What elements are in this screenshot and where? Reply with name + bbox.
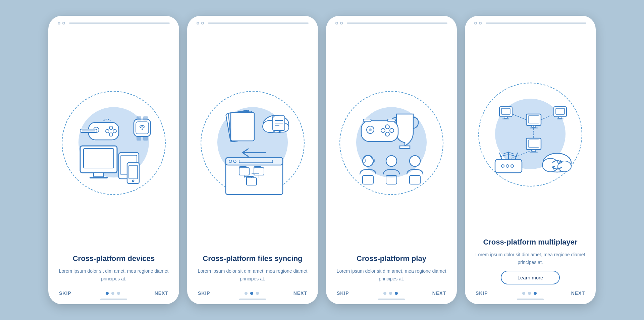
svg-line-73 — [499, 153, 502, 159]
top-dots-4 — [474, 22, 482, 24]
content-multiplayer: Cross-platform multiplayer Lorem ipsum d… — [465, 237, 596, 287]
svg-point-63 — [386, 156, 397, 166]
bottom-handle-2 — [239, 299, 266, 300]
svg-rect-13 — [137, 116, 141, 120]
next-button-1[interactable]: NEXT — [155, 290, 168, 296]
next-button-3[interactable]: NEXT — [432, 290, 446, 296]
screen-files: Cross-platform files syncing Lorem ipsum… — [187, 16, 318, 304]
svg-line-98 — [508, 150, 534, 159]
title-multiplayer: Cross-platform multiplayer — [475, 237, 586, 247]
next-button-4[interactable]: NEXT — [571, 290, 585, 296]
top-dot-6 — [340, 22, 343, 24]
nav-dot-2-2 — [250, 292, 253, 295]
next-button-2[interactable]: NEXT — [293, 290, 307, 296]
nav-dots-1 — [106, 292, 120, 295]
svg-rect-35 — [231, 112, 254, 141]
title-play: Cross-platform play — [336, 254, 447, 264]
svg-rect-90 — [557, 118, 564, 119]
svg-multiplayer — [477, 81, 584, 188]
desc-devices: Lorem ipsum dolor sit dim amet, mea regi… — [58, 267, 169, 282]
bottom-handle-4 — [517, 299, 544, 300]
screen-play: Cross-platform play Lorem ipsum dolor si… — [326, 16, 457, 304]
top-bar-4 — [465, 16, 596, 28]
svg-files — [199, 89, 306, 196]
svg-rect-16 — [143, 137, 148, 141]
bottom-nav-3: SKIP NEXT — [326, 287, 457, 299]
screens-container: Cross-platform devices Lorem ipsum dolor… — [48, 16, 596, 304]
skip-button-3[interactable]: SKIP — [337, 290, 349, 296]
nav-dot-1-1 — [106, 292, 109, 295]
top-line-2 — [208, 22, 309, 24]
title-devices: Cross-platform devices — [58, 254, 169, 264]
svg-rect-60 — [387, 119, 395, 122]
nav-dot-4-1 — [522, 292, 525, 295]
nav-dot-3-2 — [389, 292, 392, 295]
illustration-files — [187, 28, 318, 254]
content-devices: Cross-platform devices Lorem ipsum dolor… — [48, 254, 179, 287]
top-dot-3 — [197, 22, 199, 24]
svg-rect-89 — [558, 117, 562, 118]
svg-rect-86 — [502, 118, 509, 119]
bottom-nav-1: SKIP NEXT — [48, 287, 179, 299]
svg-rect-15 — [137, 137, 141, 141]
svg-rect-62 — [363, 175, 373, 184]
nav-dot-1-2 — [111, 292, 114, 295]
svg-rect-85 — [504, 117, 507, 118]
svg-line-95 — [512, 114, 526, 120]
top-bar-1 — [48, 16, 179, 28]
skip-button-1[interactable]: SKIP — [59, 290, 71, 296]
svg-point-12 — [142, 128, 143, 130]
top-dots-1 — [58, 22, 65, 24]
svg-play — [338, 89, 445, 196]
top-dots-2 — [197, 22, 204, 24]
learn-more-button[interactable]: Learn more — [501, 271, 560, 284]
svg-rect-94 — [530, 152, 538, 153]
nav-dot-3-1 — [383, 292, 386, 295]
content-files: Cross-platform files syncing Lorem ipsum… — [187, 254, 318, 287]
illustration-play — [326, 28, 457, 254]
nav-dot-2-1 — [245, 292, 248, 295]
svg-rect-2 — [94, 173, 104, 177]
illustration-multiplayer — [465, 28, 596, 237]
skip-button-2[interactable]: SKIP — [198, 290, 210, 296]
top-dot-1 — [58, 22, 60, 24]
screen-devices: Cross-platform devices Lorem ipsum dolor… — [48, 16, 179, 304]
content-play: Cross-platform play Lorem ipsum dolor si… — [326, 254, 457, 287]
svg-rect-64 — [386, 175, 397, 184]
svg-rect-14 — [143, 116, 148, 120]
top-bar-2 — [187, 16, 318, 28]
svg-point-54 — [369, 128, 372, 131]
svg-line-96 — [541, 114, 554, 120]
nav-dot-1-3 — [117, 292, 120, 295]
bottom-handle-3 — [378, 299, 405, 300]
svg-devices — [60, 89, 167, 196]
nav-dot-4-3 — [534, 292, 537, 295]
svg-point-78 — [558, 161, 571, 172]
bottom-handle-1 — [100, 299, 127, 300]
top-dot-4 — [201, 22, 204, 24]
screen-multiplayer: Cross-platform multiplayer Lorem ipsum d… — [465, 16, 596, 304]
svg-rect-25 — [82, 130, 95, 131]
top-dot-2 — [62, 22, 65, 24]
top-dot-8 — [479, 22, 482, 24]
top-line-1 — [69, 22, 170, 24]
desc-files: Lorem ipsum dolor sit dim amet, mea regi… — [197, 267, 308, 282]
bottom-nav-2: SKIP NEXT — [187, 287, 318, 299]
top-line-4 — [486, 22, 586, 24]
nav-dot-2-3 — [256, 292, 259, 295]
svg-rect-0 — [80, 146, 117, 173]
nav-dot-4-2 — [528, 292, 531, 295]
nav-dots-3 — [383, 292, 398, 295]
svg-point-65 — [410, 156, 420, 166]
bottom-nav-4: SKIP NEXT — [465, 287, 596, 299]
nav-dot-3-3 — [395, 292, 398, 295]
svg-rect-66 — [410, 175, 420, 184]
top-dots-3 — [335, 22, 343, 24]
skip-button-4[interactable]: SKIP — [476, 290, 488, 296]
top-bar-3 — [326, 16, 457, 28]
desc-multiplayer: Lorem ipsum dolor sit dim amet, mea regi… — [475, 251, 586, 266]
svg-rect-59 — [363, 119, 371, 122]
illustration-devices — [48, 28, 179, 254]
top-dot-5 — [335, 22, 338, 24]
nav-dots-2 — [245, 292, 259, 295]
